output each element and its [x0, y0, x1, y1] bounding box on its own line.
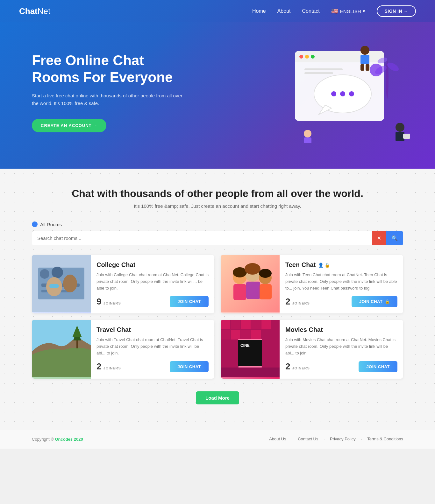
joiners-travel: 2 JOINERS [96, 361, 121, 372]
svg-rect-16 [360, 55, 369, 64]
room-name-travel: Travel Chat [96, 326, 209, 333]
joiners-count-college: 9 [96, 297, 102, 307]
svg-point-19 [304, 130, 311, 137]
all-rooms-dot-icon [32, 221, 38, 227]
svg-rect-58 [261, 320, 271, 329]
room-body-travel: Travel Chat Join with Travel Chat chat r… [91, 320, 214, 378]
room-body-college: College Chat Join with College Chat chat… [91, 255, 214, 313]
joiners-label-college: JOINERS [103, 301, 121, 305]
join-chat-college-button[interactable]: JOIN CHAT [170, 296, 209, 307]
svg-rect-62 [251, 330, 261, 340]
joiners-count-travel: 2 [96, 361, 102, 372]
svg-rect-26 [304, 72, 333, 74]
svg-point-47 [259, 269, 272, 278]
svg-point-4 [305, 55, 309, 59]
room-name-movies: Movies Chat [285, 326, 397, 333]
room-image-teen [221, 255, 280, 313]
svg-rect-42 [233, 284, 246, 300]
svg-text:CINE: CINE [240, 343, 250, 348]
room-image-movies: CINE [221, 320, 280, 378]
joiners-label-travel: JOINERS [103, 366, 121, 370]
main-content: Chat with thousands of other people from… [0, 169, 435, 430]
search-bar: ✕ 🔍 [32, 231, 403, 245]
svg-point-35 [63, 275, 77, 292]
footer-links: About Us · Contact Us · Privacy Policy ·… [269, 437, 403, 442]
clear-button[interactable]: ✕ [372, 231, 386, 245]
join-label-travel: JOIN CHAT [177, 364, 201, 369]
room-name-college: College Chat [96, 261, 209, 269]
room-card-college: College Chat Join with College Chat chat… [32, 255, 214, 313]
section-subtitle: It's 100% free &amp; safe. Just create a… [32, 203, 403, 209]
svg-rect-59 [221, 330, 230, 340]
svg-point-8 [331, 91, 336, 96]
svg-rect-25 [304, 68, 343, 70]
signin-label: SIGN IN → [384, 9, 408, 14]
room-name-teen: Teen Chat 👤 🔒 [285, 261, 397, 269]
nav-contact[interactable]: Contact [302, 8, 319, 14]
signin-button[interactable]: SIGN IN → [377, 5, 416, 17]
svg-point-31 [52, 267, 63, 278]
room-image-travel [32, 320, 91, 378]
room-desc-college: Join with College Chat chat room at Chat… [96, 272, 209, 291]
language-label: ENGLISH [340, 9, 361, 14]
search-button[interactable]: 🔍 [386, 231, 403, 245]
person-icon: 👤 [318, 262, 324, 268]
footer-sep-1: · [291, 437, 293, 442]
footer-privacy-policy[interactable]: Privacy Policy [330, 437, 356, 442]
joiners-count-teen: 2 [285, 297, 290, 307]
copyright-text: Copyright © [32, 437, 54, 442]
nav-language[interactable]: 🇺🇸 ENGLISH ▾ [331, 8, 366, 15]
hero-section: Free Online Chat Rooms For Everyone Star… [0, 22, 435, 169]
search-section: All Rooms ✕ 🔍 [32, 221, 403, 245]
svg-rect-56 [241, 320, 251, 329]
room-card-teen: Teen Chat 👤 🔒 Join with Teen Chat chat r… [221, 255, 403, 313]
svg-rect-24 [403, 134, 410, 139]
create-account-label: CREATE AN ACCOUNT → [41, 123, 97, 128]
svg-point-9 [340, 91, 345, 96]
nav-home[interactable]: Home [252, 8, 266, 14]
join-chat-travel-button[interactable]: JOIN CHAT [170, 361, 209, 372]
footer-company-link[interactable]: Oncodes 2020 [55, 437, 83, 442]
navbar: ChatNet Home About Contact 🇺🇸 ENGLISH ▾ … [0, 0, 435, 22]
join-chat-teen-button[interactable]: JOIN CHAT 🔒 [352, 296, 397, 307]
footer-about-us[interactable]: About Us [269, 437, 286, 442]
svg-rect-68 [221, 368, 280, 377]
room-body-movies: Movies Chat Join with Movies Chat chat r… [280, 320, 403, 378]
hero-title: Free Online Chat Rooms For Everyone [32, 52, 185, 86]
room-desc-teen: Join with Teen Chat chat room at ChatNet… [285, 272, 397, 291]
svg-rect-61 [241, 330, 251, 340]
room-image-college [32, 255, 91, 313]
joiners-movies: 2 JOINERS [285, 361, 310, 372]
brand-logo[interactable]: ChatNet [19, 6, 50, 16]
search-input[interactable] [32, 232, 372, 245]
room-card-movies: CINE Movies Chat Join with Movies Chat c… [221, 320, 403, 378]
svg-point-46 [245, 263, 260, 275]
footer-terms[interactable]: Terms & Conditions [367, 437, 403, 442]
joiners-label-teen: JOINERS [292, 301, 310, 305]
load-more-button[interactable]: Load More [196, 391, 239, 404]
svg-point-5 [311, 55, 315, 59]
joiners-teen: 2 JOINERS [285, 297, 310, 307]
svg-rect-67 [238, 366, 262, 368]
section-title: Chat with thousands of other people from… [32, 188, 403, 200]
join-chat-movies-button[interactable]: JOIN CHAT [359, 361, 397, 372]
footer-sep-3: · [361, 437, 362, 442]
all-rooms-label: All Rooms [32, 221, 403, 227]
chevron-down-icon: ▾ [363, 8, 365, 14]
flag-icon: 🇺🇸 [331, 8, 338, 15]
private-badge-teen: 👤 🔒 [318, 262, 330, 268]
room-body-teen: Teen Chat 👤 🔒 Join with Teen Chat chat r… [280, 255, 403, 313]
company-name: Oncodes 2020 [55, 437, 83, 442]
nav-links: Home About Contact 🇺🇸 ENGLISH ▾ SIGN IN … [252, 5, 416, 17]
svg-point-15 [360, 46, 369, 55]
svg-rect-20 [304, 137, 311, 143]
create-account-button[interactable]: CREATE AN ACCOUNT → [32, 119, 106, 132]
room-footer-movies: 2 JOINERS JOIN CHAT [285, 361, 397, 372]
svg-rect-55 [231, 320, 240, 329]
lock-icon-teen-btn: 🔒 [385, 299, 390, 304]
room-desc-travel: Join with Travel Chat chat room at ChatN… [96, 337, 209, 356]
footer-contact-us[interactable]: Contact Us [298, 437, 318, 442]
hero-illustration [263, 41, 416, 143]
brand-chat: Chat [19, 6, 38, 16]
nav-about[interactable]: About [277, 8, 291, 14]
